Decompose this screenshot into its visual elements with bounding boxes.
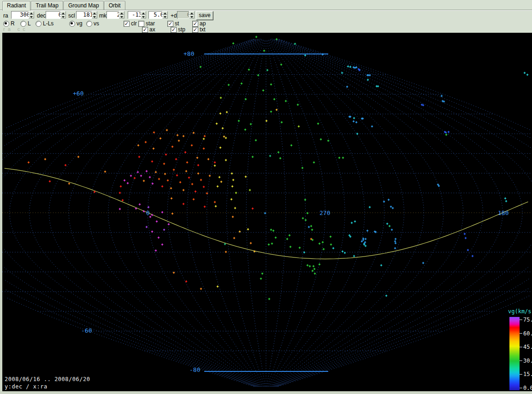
tab-divider bbox=[0, 10, 532, 11]
colorbar: vg(km/s)75.060.045.030.015.00.0 bbox=[508, 308, 532, 391]
checkbox-label-ap: ap bbox=[200, 20, 206, 27]
checkbox-label-stp: stp bbox=[178, 26, 185, 33]
svg-text:15.0: 15.0 bbox=[523, 371, 532, 377]
spin-down-icon[interactable] bbox=[162, 15, 168, 18]
radio-dot-icon bbox=[71, 22, 73, 24]
window-border-left bbox=[0, 33, 2, 394]
spin-up-icon[interactable] bbox=[60, 11, 66, 15]
tab-trail-map[interactable]: Trail Map bbox=[31, 1, 63, 10]
spin-up-icon[interactable] bbox=[29, 11, 34, 15]
spin-buttons--d[interactable] bbox=[189, 11, 195, 19]
spin-buttons-extra4[interactable] bbox=[141, 11, 146, 19]
spin-buttons-ra[interactable] bbox=[29, 11, 34, 19]
save-button[interactable]: save bbox=[196, 11, 213, 20]
tab-orbit[interactable]: Orbit bbox=[104, 1, 125, 10]
spin-up-icon[interactable] bbox=[92, 11, 97, 15]
spin-down-icon[interactable] bbox=[119, 15, 124, 18]
tab-ground-map[interactable]: Ground Map bbox=[64, 1, 104, 10]
spin-buttons-extra5[interactable] bbox=[162, 11, 168, 19]
date-range-label: 2008/06/16 .. 2008/06/20 bbox=[5, 376, 90, 382]
spin-buttons-mk[interactable] bbox=[119, 11, 124, 19]
status-text: ra cc bbox=[3, 26, 28, 32]
svg-text:-80: -80 bbox=[189, 366, 200, 373]
checkbox-label-ax: ax bbox=[149, 26, 155, 33]
svg-text:180: 180 bbox=[498, 209, 508, 216]
checkbox-label-star: star bbox=[146, 20, 155, 27]
svg-text:45.0: 45.0 bbox=[523, 344, 532, 350]
tab-bar: RadiantTrail MapGround MapOrbit bbox=[2, 1, 126, 10]
svg-text:0: 0 bbox=[146, 209, 150, 216]
checkbox-ax[interactable]: ✓ bbox=[142, 27, 148, 33]
svg-text:0.0: 0.0 bbox=[523, 385, 532, 391]
svg-text:30.0: 30.0 bbox=[523, 358, 532, 364]
radio-label-l-ls: L-Ls bbox=[43, 20, 53, 27]
spin-down-icon[interactable] bbox=[92, 15, 97, 18]
radio-dot-icon bbox=[5, 22, 7, 24]
toolbar: RadiantTrail MapGround MapOrbit ra300dec… bbox=[0, 0, 532, 34]
spin-label-scl: scl bbox=[68, 12, 75, 19]
svg-text:60.0: 60.0 bbox=[523, 330, 532, 337]
checkbox-label-txt: txt bbox=[200, 26, 206, 33]
checkbox-star[interactable] bbox=[138, 21, 144, 27]
radio-l-ls[interactable] bbox=[35, 21, 41, 27]
checkbox-st[interactable]: ✓ bbox=[167, 21, 173, 27]
spin-up-icon[interactable] bbox=[189, 11, 195, 15]
spin-down-icon[interactable] bbox=[189, 15, 195, 18]
radio-vg[interactable] bbox=[69, 21, 75, 27]
map-canvas[interactable]: +80+60-60-800270180vg(km/s)75.060.045.03… bbox=[0, 33, 532, 391]
colorbar-title: vg(km/s) bbox=[508, 308, 532, 315]
spin-up-icon[interactable] bbox=[141, 11, 146, 15]
checkbox-txt[interactable]: ✓ bbox=[192, 27, 198, 33]
spin-down-icon[interactable] bbox=[29, 15, 34, 18]
svg-text:+80: +80 bbox=[183, 50, 194, 57]
checkbox-ap[interactable]: ✓ bbox=[192, 21, 198, 27]
tab-radiant[interactable]: Radiant bbox=[2, 1, 30, 11]
app-window: RadiantTrail MapGround MapOrbit ra300dec… bbox=[0, 0, 532, 394]
checkbox-label-st: st bbox=[175, 20, 179, 27]
spin-down-icon[interactable] bbox=[60, 15, 66, 18]
spin-down-icon[interactable] bbox=[141, 15, 146, 18]
radio-vs[interactable] bbox=[86, 21, 92, 27]
spin-buttons-scl[interactable] bbox=[92, 11, 97, 19]
checkbox-clr[interactable]: ✓ bbox=[124, 21, 130, 27]
checkbox-stp[interactable]: ✓ bbox=[171, 27, 177, 33]
radiant-points bbox=[28, 36, 528, 300]
window-border-bottom bbox=[0, 391, 532, 394]
ecliptic-line bbox=[5, 168, 528, 259]
grid-labels: +80+60-60-800270180 bbox=[73, 50, 508, 373]
spin-label-ra: ra bbox=[3, 12, 8, 19]
radio-label-l: L bbox=[28, 20, 31, 27]
colorbar-gradient bbox=[509, 317, 520, 390]
checkbox-label-clr: clr bbox=[131, 20, 137, 27]
svg-text:+60: +60 bbox=[73, 90, 83, 97]
radio-label-vg: vg bbox=[77, 20, 83, 27]
spin-label-mk: mk bbox=[99, 12, 106, 19]
spin-label--d: +d bbox=[171, 12, 177, 19]
radio-label-r: R bbox=[11, 20, 15, 27]
spin-up-icon[interactable] bbox=[119, 11, 124, 15]
axes-label: y:dec / x:ra bbox=[5, 383, 47, 390]
spin-buttons-dec[interactable] bbox=[60, 11, 66, 19]
spin-label-dec: dec bbox=[37, 12, 46, 19]
svg-text:-60: -60 bbox=[81, 327, 92, 334]
radio-label-vs: vs bbox=[94, 20, 99, 27]
svg-text:270: 270 bbox=[319, 209, 330, 216]
spin-up-icon[interactable] bbox=[162, 11, 168, 15]
grid-parallels bbox=[2, 75, 532, 351]
svg-text:75.0: 75.0 bbox=[523, 316, 532, 323]
